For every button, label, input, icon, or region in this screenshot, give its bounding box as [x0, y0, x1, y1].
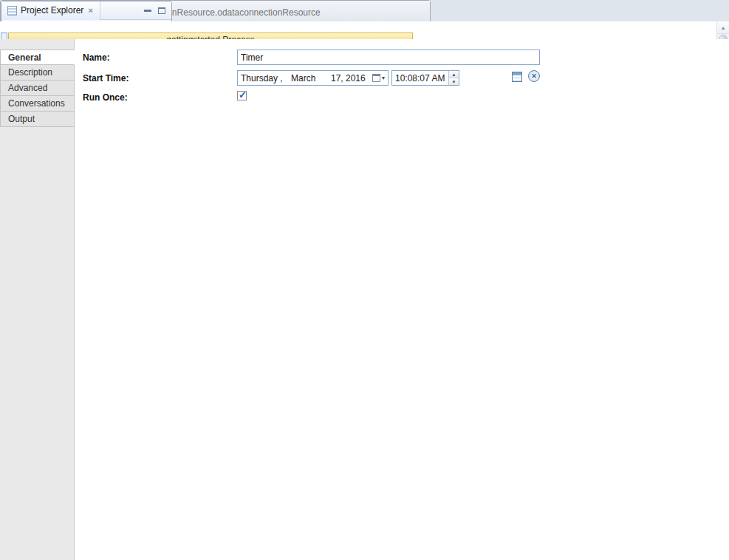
- maximize-icon[interactable]: [158, 7, 165, 14]
- date-picker[interactable]: Thursday , March 17, 2016 ▾: [237, 70, 389, 86]
- side-tab-advanced[interactable]: Advanced: [0, 81, 75, 96]
- project-explorer-icon: [7, 6, 17, 16]
- scroll-up-icon[interactable]: ▴: [717, 21, 729, 34]
- side-tab-general[interactable]: General: [0, 49, 75, 65]
- calendar-icon[interactable]: [372, 74, 380, 82]
- chevron-down-icon[interactable]: ▾: [382, 75, 385, 81]
- name-input[interactable]: [237, 49, 540, 65]
- workbench-window: Project Explorer × ⇄ ◎ ▾ ▾ gettingstarte…: [0, 0, 729, 560]
- project-explorer-window-buttons: [144, 7, 171, 14]
- run-once-checkbox[interactable]: [237, 91, 247, 100]
- date-value[interactable]: 17, 2016: [331, 73, 371, 83]
- properties-side-tabs: General Description Advanced Conversatio…: [0, 39, 75, 560]
- spinner-buttons: ▲ ▼: [448, 71, 459, 85]
- name-label: Name:: [83, 52, 110, 63]
- minimize-icon[interactable]: [144, 10, 151, 12]
- spin-up-icon[interactable]: ▲: [449, 71, 459, 78]
- schedule-table-icon[interactable]: [512, 72, 522, 82]
- clear-icon[interactable]: ✕: [528, 70, 540, 82]
- general-form: Name: Start Time: Thursday , March 17, 2…: [75, 39, 729, 560]
- date-day-value[interactable]: Thursday ,: [241, 73, 290, 83]
- spin-down-icon[interactable]: ▼: [449, 78, 459, 85]
- close-icon[interactable]: ×: [87, 6, 93, 15]
- time-value[interactable]: 10:08:07 AM: [395, 73, 445, 83]
- run-once-label: Run Once:: [83, 92, 128, 103]
- side-tab-description[interactable]: Description: [0, 65, 75, 81]
- project-explorer-tab[interactable]: Project Explorer ×: [1, 1, 100, 20]
- project-explorer-title: Project Explorer: [21, 5, 83, 16]
- time-spinner[interactable]: 10:08:07 AM ▲ ▼: [391, 70, 459, 86]
- side-tab-output[interactable]: Output: [0, 112, 75, 127]
- project-explorer-header: Project Explorer ×: [1, 1, 171, 20]
- date-month-value[interactable]: March: [291, 73, 329, 83]
- start-time-label: Start Time:: [83, 73, 129, 83]
- side-tab-conversations[interactable]: Conversations: [0, 96, 75, 112]
- properties-body: General Description Advanced Conversatio…: [0, 39, 729, 560]
